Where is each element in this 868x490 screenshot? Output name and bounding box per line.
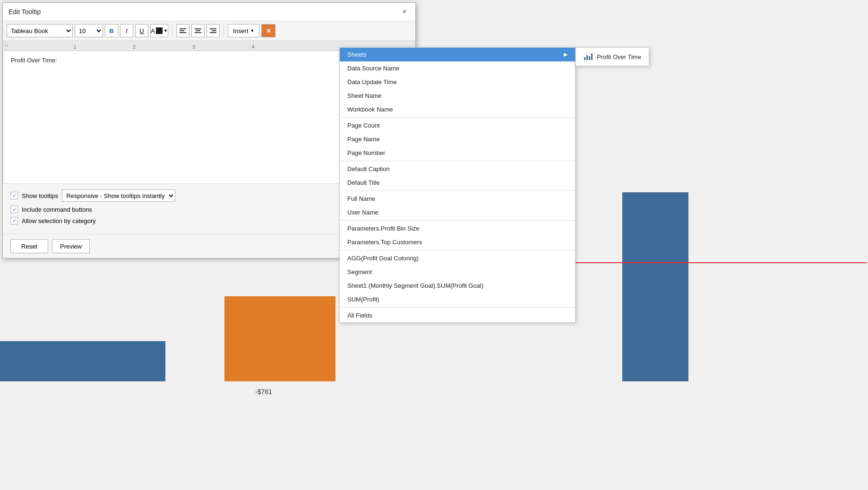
menu-item-params-profit-bin[interactable]: Parameters.Profit Bin Size	[340, 222, 575, 235]
menu-item-label-data-source-name: Data Source Name	[347, 65, 400, 72]
menu-item-sum-profit[interactable]: SUM(Profit)	[340, 292, 575, 306]
menu-item-label-sheet1-sum-profit-goal: Sheet1 (Monthly Segment Goal).SUM(Profit…	[347, 282, 483, 289]
menu-item-page-name[interactable]: Page Name	[340, 132, 575, 146]
sheets-submenu: Profit Over Time	[576, 47, 649, 66]
footer-left-buttons: Reset Preview	[10, 239, 90, 253]
chart-bar-blue-left	[0, 341, 165, 381]
menu-item-label-agg-profit-goal: AGG(Profit Goal Coloring)	[347, 255, 419, 262]
menu-item-label-params-top-customers: Parameters.Top Customers	[347, 239, 422, 246]
svg-rect-7	[212, 30, 216, 31]
preview-button[interactable]: Preview	[52, 239, 90, 253]
tooltip-mode-select[interactable]: Responsive - Show tooltips instantly	[62, 189, 175, 202]
svg-rect-4	[196, 30, 200, 31]
menu-item-data-source-name[interactable]: Data Source Name	[340, 61, 575, 75]
font-size-select[interactable]: 10	[75, 24, 103, 37]
menu-separator	[340, 117, 575, 118]
align-center-icon	[195, 28, 201, 34]
include-command-buttons-checkbox[interactable]	[10, 206, 18, 213]
svg-rect-6	[210, 28, 216, 29]
dialog-titlebar: Edit Tooltip ×	[3, 3, 415, 21]
sheet-bar-icon	[584, 53, 593, 60]
menu-arrow-sheets: ▶	[564, 52, 567, 58]
insert-label: Insert	[233, 27, 249, 34]
toolbar-separator-2	[223, 25, 224, 36]
chart-label-bottom: -$761	[255, 388, 272, 395]
chart-bar-orange	[224, 296, 335, 381]
menu-item-default-title[interactable]: Default Title	[340, 176, 575, 189]
submenu-profit-over-time[interactable]: Profit Over Time	[576, 50, 649, 64]
align-left-icon	[180, 28, 186, 34]
svg-rect-3	[195, 28, 201, 29]
menu-item-label-default-caption: Default Caption	[347, 165, 390, 172]
align-left-button[interactable]	[176, 24, 189, 37]
show-tooltips-label: Show tooltips	[22, 192, 58, 199]
menu-item-sheet-name[interactable]: Sheet Name	[340, 89, 575, 103]
menu-item-full-name[interactable]: Full Name	[340, 192, 575, 206]
bar-chart-icon	[584, 53, 593, 60]
menu-item-label-sheet-name: Sheet Name	[347, 92, 381, 99]
align-right-icon	[210, 28, 216, 34]
menu-item-label-params-profit-bin: Parameters.Profit Bin Size	[347, 225, 419, 232]
menu-item-label-workbook-name: Workbook Name	[347, 106, 393, 113]
font-family-select[interactable]: Tableau Book	[7, 24, 73, 37]
svg-rect-5	[195, 32, 201, 33]
menu-item-label-page-name: Page Name	[347, 136, 380, 143]
allow-selection-checkbox[interactable]	[10, 217, 18, 224]
menu-item-label-page-count: Page Count	[347, 122, 380, 129]
allow-selection-label: Allow selection by category	[22, 217, 96, 224]
insert-dropdown-menu: Sheets▶Data Source NameData Update TimeS…	[339, 47, 576, 323]
menu-item-sheets[interactable]: Sheets▶	[340, 48, 575, 61]
reset-button[interactable]: Reset	[10, 239, 48, 253]
menu-separator	[340, 250, 575, 250]
chart-bar-blue-large	[622, 192, 688, 381]
menu-item-workbook-name[interactable]: Workbook Name	[340, 103, 575, 116]
submenu-item-label: Profit Over Time	[597, 53, 641, 60]
menu-item-data-update-time[interactable]: Data Update Time	[340, 75, 575, 89]
menu-item-params-top-customers[interactable]: Parameters.Top Customers	[340, 235, 575, 249]
menu-separator	[340, 190, 575, 191]
align-right-button[interactable]	[206, 24, 220, 37]
menu-item-label-page-number: Page Number	[347, 149, 385, 156]
menu-separator	[340, 307, 575, 308]
menu-item-all-fields[interactable]: All Fields	[340, 309, 575, 322]
menu-item-sheet1-sum-profit-goal[interactable]: Sheet1 (Monthly Segment Goal).SUM(Profit…	[340, 279, 575, 292]
menu-separator	[340, 220, 575, 221]
italic-button[interactable]: I	[120, 24, 133, 37]
insert-arrow: ▼	[250, 28, 255, 33]
dialog-close-button[interactable]: ×	[399, 7, 410, 17]
toolbar-separator-1	[172, 25, 172, 36]
menu-item-segment[interactable]: Segment	[340, 265, 575, 279]
menu-item-label-user-name: User Name	[347, 209, 378, 216]
font-color-button[interactable]: A ▼	[150, 24, 168, 37]
chart-red-line	[574, 262, 867, 263]
dialog-title: Edit Tooltip	[9, 8, 41, 16]
include-command-buttons-label: Include command buttons	[22, 206, 92, 213]
toolbar: Tableau Book 10 B I U A ▼	[3, 21, 415, 41]
color-swatch	[156, 27, 163, 34]
menu-separator	[340, 161, 575, 161]
align-center-button[interactable]	[191, 24, 205, 37]
menu-item-agg-profit-goal[interactable]: AGG(Profit Goal Coloring)	[340, 251, 575, 265]
menu-item-default-caption[interactable]: Default Caption	[340, 162, 575, 176]
menu-item-label-data-update-time: Data Update Time	[347, 78, 397, 86]
show-tooltips-checkbox[interactable]	[10, 192, 18, 199]
menu-item-label-default-title: Default Title	[347, 179, 380, 186]
bold-button[interactable]: B	[105, 24, 118, 37]
clear-button[interactable]: ✕	[261, 24, 275, 37]
svg-rect-2	[180, 32, 186, 33]
svg-rect-8	[210, 32, 216, 33]
menu-item-label-sum-profit: SUM(Profit)	[347, 296, 379, 303]
svg-rect-1	[180, 30, 184, 31]
menu-item-label-full-name: Full Name	[347, 195, 375, 202]
menu-item-label-sheets: Sheets	[347, 51, 366, 58]
underline-button[interactable]: U	[135, 24, 148, 37]
menu-item-page-count[interactable]: Page Count	[340, 119, 575, 132]
ruler-home-icon: ⌂	[5, 42, 8, 48]
insert-button[interactable]: Insert ▼	[228, 24, 259, 37]
menu-item-label-all-fields: All Fields	[347, 312, 372, 319]
svg-rect-0	[180, 28, 186, 29]
menu-item-label-segment: Segment	[347, 268, 372, 275]
menu-item-page-number[interactable]: Page Number	[340, 146, 575, 160]
menu-item-user-name[interactable]: User Name	[340, 206, 575, 219]
